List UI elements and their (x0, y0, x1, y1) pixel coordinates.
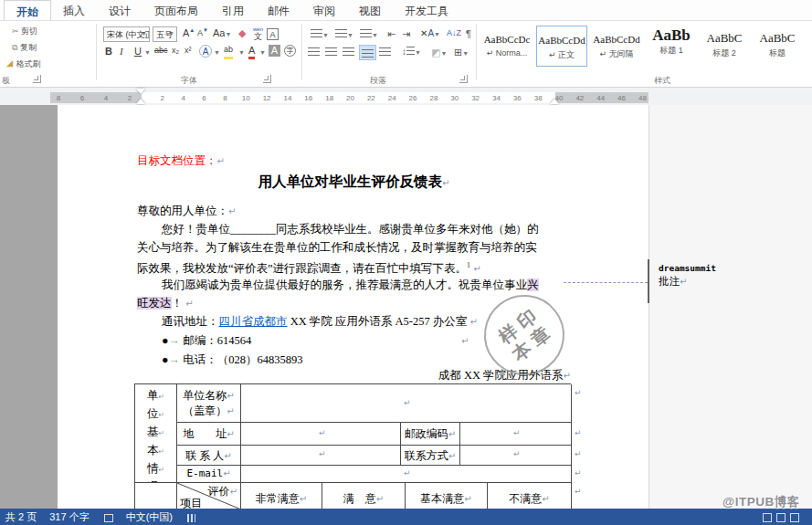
clipboard-dialog-launcher[interactable] (33, 75, 41, 83)
asian-layout-button[interactable]: ✕A▼ (420, 28, 440, 43)
strikethrough-button[interactable]: abc (154, 46, 168, 60)
increase-indent-button[interactable]: ⇥ (402, 28, 410, 43)
ruler-number: 6 (80, 94, 84, 102)
clear-formatting-icon[interactable]: ◆ (238, 27, 246, 42)
paragraph-dialog-launcher[interactable] (459, 75, 468, 83)
word-count[interactable]: 317 个字 (49, 510, 89, 524)
tab-home[interactable]: 开始 (4, 0, 51, 20)
read-mode-icon[interactable] (763, 513, 772, 522)
hanging-indent-marker[interactable] (136, 99, 145, 104)
align-center-button[interactable] (325, 47, 337, 61)
font-color-button[interactable]: A (248, 45, 255, 59)
style-heading1[interactable]: AaBb 标题 1 (646, 26, 697, 67)
line-spacing-button[interactable]: ↕▼ (402, 47, 421, 61)
style-no-spacing[interactable]: AaBbCcDd ↵ 无间隔 (591, 26, 642, 67)
unit-name-value-cell[interactable]: ↵ (241, 384, 572, 423)
email-label-cell[interactable]: E-mail↵ (177, 466, 241, 483)
sort-button[interactable]: A↓Z (447, 28, 461, 43)
tab-developer[interactable]: 开发工具 (393, 0, 460, 20)
zipcode-value-cell[interactable]: ↵ (460, 423, 572, 446)
page-count[interactable]: 共 2 页 (5, 510, 37, 524)
option-not-satisfied-cell[interactable]: 不满意↵ (488, 483, 572, 509)
format-painter-button[interactable]: ◢ 格式刷 (5, 58, 41, 70)
evaluation-table[interactable]: 单↵位↵基↵本↵情↵况↵ 单位名称↵ （盖章）↵ ↵ 地 址↵ ↵ 邮政编码↵ … (134, 383, 571, 509)
text-highlight-button[interactable]: ab (224, 45, 233, 59)
right-indent-marker[interactable] (550, 99, 559, 104)
contact-value-cell[interactable]: ↵ (241, 446, 401, 466)
superscript-button[interactable]: x² (185, 46, 192, 60)
copy-icon: ⧉ (12, 43, 17, 52)
font-dialog-launcher[interactable] (263, 75, 271, 83)
macro-recording-icon[interactable] (187, 514, 195, 522)
tab-view[interactable]: 视图 (347, 0, 393, 20)
distribute-button[interactable] (379, 47, 391, 61)
change-case-button[interactable]: Aa▼ (213, 27, 231, 42)
address-hyperlink[interactable]: 四川省成都市 (219, 315, 288, 328)
italic-button[interactable]: I (120, 46, 123, 60)
shading-button[interactable]: ◩▼ (431, 47, 447, 61)
email-value-cell[interactable]: ↵ (241, 466, 572, 483)
text-effects-button[interactable]: A (199, 45, 212, 58)
proofing-icon[interactable] (104, 514, 113, 522)
web-layout-icon[interactable] (790, 513, 799, 522)
font-size-combobox[interactable]: ▼ 五号 (153, 26, 177, 42)
address-label-cell[interactable]: 地 址↵ (177, 423, 241, 446)
tab-references[interactable]: 引用 (210, 0, 256, 20)
grow-font-button[interactable]: A▲ (183, 27, 195, 42)
ruler-number: 24 (388, 94, 396, 102)
align-right-button[interactable] (343, 47, 354, 61)
subscript-button[interactable]: x₂ (172, 46, 179, 60)
borders-button[interactable]: ⊞▼ (454, 47, 469, 61)
shrink-font-button[interactable]: A▼ (197, 27, 208, 42)
style-title[interactable]: AaBbC 标题 (752, 26, 803, 67)
tab-page-layout[interactable]: 页面布局 (142, 0, 210, 20)
option-basically-satisfied-cell[interactable]: 基本满意↵ (406, 483, 488, 509)
align-center-icon (325, 47, 337, 56)
print-layout-icon[interactable] (776, 513, 786, 522)
phonetic-guide-button[interactable]: wén 文 (253, 27, 263, 42)
text-effects-dropdown[interactable]: ▼ (214, 46, 220, 60)
style-partial[interactable]: A (805, 26, 812, 67)
zipcode-label-cell[interactable]: 邮政编码↵ (401, 423, 460, 446)
comment-text[interactable]: 批注↵ (659, 275, 687, 289)
enclose-characters-button[interactable]: 字 (284, 45, 296, 57)
option-very-satisfied-cell[interactable]: 非常满意↵ (241, 483, 322, 509)
underline-button[interactable]: U (134, 46, 142, 60)
font-name-combobox[interactable]: ▼ 宋体 (中文正文 (103, 26, 150, 42)
tab-insert[interactable]: 插入 (51, 0, 97, 20)
numbering-button[interactable]: ▼ (335, 28, 353, 43)
unit-name-label-cell[interactable]: 单位名称↵ （盖章）↵ (177, 384, 241, 423)
character-shading-button[interactable]: A (269, 45, 280, 57)
bullets-button[interactable]: ▼ (311, 28, 329, 43)
tab-design[interactable]: 设计 (97, 0, 142, 20)
language-indicator[interactable]: 中文(中国) (126, 510, 173, 524)
style-body-text[interactable]: AaBbCcDd ↵ 正文 (536, 26, 587, 67)
ruler-number: 10 (242, 94, 250, 102)
contact-label-cell[interactable]: 联 系 人↵ (177, 446, 241, 466)
address-value-cell[interactable]: ↵ (241, 423, 401, 446)
copy-button[interactable]: ⧉ 复制 (12, 42, 37, 54)
style-normal[interactable]: AaBbCcDc ↵ Norma... (481, 26, 533, 67)
align-left-button[interactable] (308, 47, 320, 61)
empty-corner-cell[interactable] (135, 483, 177, 509)
contact-method-label-cell[interactable]: 联系方式↵ (401, 446, 460, 466)
decrease-indent-button[interactable]: ⇤ (387, 28, 395, 43)
character-border-button[interactable]: A (267, 28, 279, 40)
contact-method-value-cell[interactable]: ↵ (460, 446, 572, 466)
cut-button[interactable]: ✂ 剪切 (12, 26, 37, 37)
text-highlight-dropdown[interactable]: ▼ (238, 46, 245, 60)
diagonal-header-cell[interactable]: 评价↵ 项目 (177, 483, 241, 509)
justify-button[interactable] (360, 46, 375, 59)
option-satisfied-cell[interactable]: 满 意↵ (322, 483, 406, 509)
first-line-indent-marker[interactable] (136, 89, 145, 94)
tab-review[interactable]: 审阅 (301, 0, 347, 20)
bold-button[interactable]: B (105, 46, 112, 60)
document-area: 目标文档位置：↵ 用人单位对毕业生评价反馈表↵ 尊敬的用人单位：↵ 您好！贵单位… (0, 105, 812, 509)
tab-mailings[interactable]: 邮件 (256, 0, 301, 20)
multilevel-list-button[interactable]: ▼ (360, 28, 378, 43)
underline-dropdown[interactable]: ▼ (144, 46, 151, 60)
font-color-dropdown[interactable]: ▼ (259, 46, 266, 60)
show-hide-marks-button[interactable]: ¶ (466, 28, 471, 43)
style-heading2[interactable]: AaBbC 标题 2 (699, 26, 750, 67)
table-side-header-cell[interactable]: 单↵位↵基↵本↵情↵况↵ (135, 384, 177, 483)
